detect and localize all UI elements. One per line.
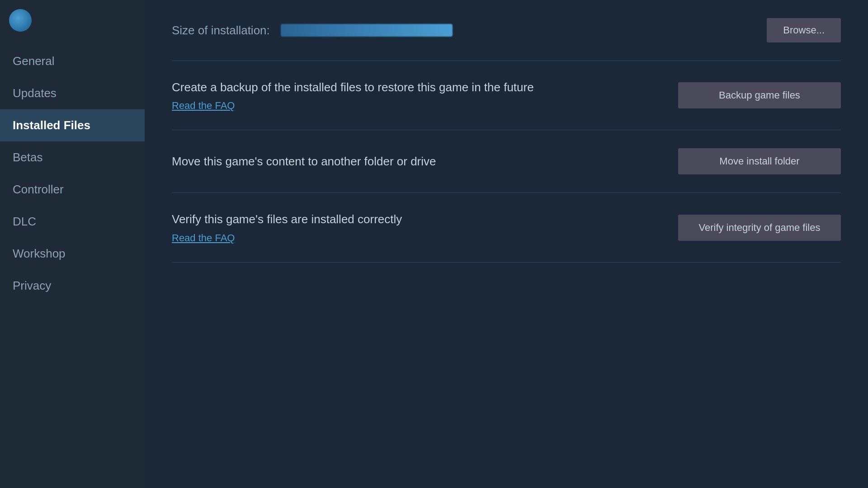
sidebar-item-workshop[interactable]: Workshop — [0, 238, 145, 270]
sidebar-item-label: Installed Files — [13, 118, 90, 132]
sidebar-navigation: General Updates Installed Files Betas Co… — [0, 45, 145, 302]
verify-description: Verify this game's files are installed c… — [172, 211, 402, 227]
sidebar-item-betas[interactable]: Betas — [0, 141, 145, 174]
backup-section-row: Create a backup of the installed files t… — [172, 61, 841, 130]
sidebar-item-label: General — [13, 54, 55, 68]
verify-section-text: Verify this game's files are installed c… — [172, 211, 402, 244]
sidebar-item-label: Updates — [13, 86, 57, 100]
sidebar-item-general[interactable]: General — [0, 45, 145, 77]
install-size-value-bar — [281, 24, 453, 37]
sidebar-item-label: DLC — [13, 215, 36, 228]
backup-game-files-button[interactable]: Backup game files — [678, 82, 841, 108]
sidebar: General Updates Installed Files Betas Co… — [0, 0, 145, 488]
backup-section-text: Create a backup of the installed files t… — [172, 79, 534, 112]
move-install-folder-button[interactable]: Move install folder — [678, 148, 841, 174]
sidebar-item-label: Workshop — [13, 247, 66, 260]
install-size-label: Size of installation: — [172, 23, 270, 38]
install-size-row: Size of installation: Browse... — [172, 18, 841, 61]
verify-faq-link[interactable]: Read the FAQ — [172, 232, 402, 244]
move-description: Move this game's content to another fold… — [172, 153, 436, 169]
move-section-row: Move this game's content to another fold… — [172, 130, 841, 193]
move-section-text: Move this game's content to another fold… — [172, 153, 436, 169]
main-content: Size of installation: Browse... Create a… — [145, 0, 868, 488]
backup-faq-link[interactable]: Read the FAQ — [172, 100, 534, 112]
sidebar-item-label: Privacy — [13, 279, 51, 292]
browse-button[interactable]: Browse... — [767, 18, 841, 42]
sidebar-item-label: Controller — [13, 183, 64, 196]
verify-section-row: Verify this game's files are installed c… — [172, 193, 841, 262]
sidebar-item-dlc[interactable]: DLC — [0, 206, 145, 238]
sidebar-item-updates[interactable]: Updates — [0, 77, 145, 109]
verify-integrity-button[interactable]: Verify integrity of game files — [678, 215, 841, 241]
sidebar-item-installed-files[interactable]: Installed Files — [0, 109, 145, 141]
sidebar-item-label: Betas — [13, 150, 43, 164]
sidebar-item-controller[interactable]: Controller — [0, 174, 145, 206]
sidebar-item-privacy[interactable]: Privacy — [0, 270, 145, 302]
backup-description: Create a backup of the installed files t… — [172, 79, 534, 95]
steam-logo — [9, 9, 32, 32]
